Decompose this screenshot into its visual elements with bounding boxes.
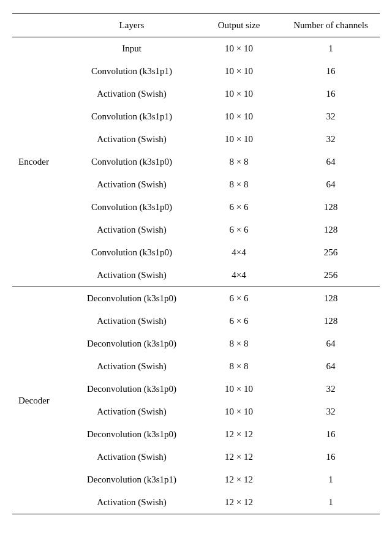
table-header-row: Layers Output size Number of channels [12, 14, 380, 37]
cell-channels: 16 [282, 446, 380, 468]
cell-size: 10 × 10 [196, 378, 282, 400]
table-row: Convolution (k3s1p0) 4×4 256 [12, 241, 380, 264]
cell-layer: Deconvolution (k3s1p0) [67, 332, 196, 355]
cell-layer: Activation (Swish) [67, 264, 196, 287]
table-row: Deconvolution (k3s1p1) 12 × 12 1 [12, 468, 380, 491]
cell-layer: Convolution (k3s1p0) [67, 241, 196, 264]
cell-layer: Activation (Swish) [67, 219, 196, 241]
cell-size: 10 × 10 [196, 400, 282, 423]
cell-channels: 1 [282, 468, 380, 491]
table-row: Activation (Swish) 10 × 10 16 [12, 83, 380, 105]
cell-size: 12 × 12 [196, 423, 282, 446]
cell-size: 8 × 8 [196, 151, 282, 173]
cell-channels: 128 [282, 287, 380, 310]
cell-size: 8 × 8 [196, 355, 282, 378]
table-row: Decoder Deconvolution (k3s1p0) 6 × 6 128 [12, 287, 380, 310]
cell-layer: Deconvolution (k3s1p0) [67, 378, 196, 400]
table-row: Activation (Swish) 10 × 10 32 [12, 128, 380, 151]
cell-layer: Activation (Swish) [67, 400, 196, 423]
cell-size: 10 × 10 [196, 105, 282, 128]
cell-layer: Input [67, 37, 196, 61]
cell-channels: 128 [282, 219, 380, 241]
cell-size: 4×4 [196, 241, 282, 264]
cell-size: 4×4 [196, 264, 282, 287]
cell-size: 12 × 12 [196, 446, 282, 468]
cell-channels: 32 [282, 378, 380, 400]
cell-layer: Convolution (k3s1p0) [67, 196, 196, 219]
cell-size: 6 × 6 [196, 219, 282, 241]
cell-layer: Activation (Swish) [67, 491, 196, 514]
table-row: Convolution (k3s1p0) 8 × 8 64 [12, 151, 380, 173]
table-row: Encoder Input 10 × 10 1 [12, 37, 380, 61]
cell-channels: 256 [282, 241, 380, 264]
cell-channels: 256 [282, 264, 380, 287]
section-label-decoder: Decoder [12, 287, 67, 514]
header-section [12, 14, 67, 37]
cell-channels: 32 [282, 400, 380, 423]
cell-layer: Convolution (k3s1p0) [67, 151, 196, 173]
table-row: Activation (Swish) 8 × 8 64 [12, 355, 380, 378]
cell-channels: 32 [282, 105, 380, 128]
section-encoder: Encoder Input 10 × 10 1 Convolution (k3s… [12, 37, 380, 287]
cell-size: 6 × 6 [196, 287, 282, 310]
cell-size: 10 × 10 [196, 83, 282, 105]
cell-size: 6 × 6 [196, 310, 282, 332]
cell-size: 12 × 12 [196, 491, 282, 514]
table-row: Deconvolution (k3s1p0) 12 × 12 16 [12, 423, 380, 446]
architecture-table: Layers Output size Number of channels En… [12, 13, 380, 514]
cell-channels: 64 [282, 151, 380, 173]
cell-size: 10 × 10 [196, 128, 282, 151]
cell-layer: Activation (Swish) [67, 310, 196, 332]
header-output-size: Output size [196, 14, 282, 37]
cell-size: 12 × 12 [196, 468, 282, 491]
section-label-encoder: Encoder [12, 37, 67, 287]
table-row: Activation (Swish) 6 × 6 128 [12, 310, 380, 332]
table-row: Activation (Swish) 10 × 10 32 [12, 400, 380, 423]
cell-channels: 1 [282, 37, 380, 61]
cell-channels: 64 [282, 355, 380, 378]
header-channels: Number of channels [282, 14, 380, 37]
table-row: Activation (Swish) 12 × 12 16 [12, 446, 380, 468]
table-row: Deconvolution (k3s1p0) 10 × 10 32 [12, 378, 380, 400]
cell-layer: Convolution (k3s1p1) [67, 60, 196, 83]
cell-layer: Activation (Swish) [67, 446, 196, 468]
cell-layer: Convolution (k3s1p1) [67, 105, 196, 128]
table-row: Activation (Swish) 6 × 6 128 [12, 219, 380, 241]
cell-channels: 16 [282, 83, 380, 105]
cell-layer: Deconvolution (k3s1p0) [67, 287, 196, 310]
section-decoder: Decoder Deconvolution (k3s1p0) 6 × 6 128… [12, 287, 380, 514]
table-row: Deconvolution (k3s1p0) 8 × 8 64 [12, 332, 380, 355]
cell-size: 8 × 8 [196, 332, 282, 355]
cell-channels: 128 [282, 196, 380, 219]
cell-channels: 64 [282, 173, 380, 196]
header-layers: Layers [67, 14, 196, 37]
cell-size: 8 × 8 [196, 173, 282, 196]
cell-layer: Deconvolution (k3s1p0) [67, 423, 196, 446]
table-row: Activation (Swish) 4×4 256 [12, 264, 380, 287]
cell-size: 6 × 6 [196, 196, 282, 219]
table-row: Activation (Swish) 8 × 8 64 [12, 173, 380, 196]
cell-channels: 16 [282, 60, 380, 83]
cell-layer: Activation (Swish) [67, 128, 196, 151]
cell-channels: 32 [282, 128, 380, 151]
table-row: Convolution (k3s1p1) 10 × 10 32 [12, 105, 380, 128]
table-row: Activation (Swish) 12 × 12 1 [12, 491, 380, 514]
cell-layer: Activation (Swish) [67, 355, 196, 378]
cell-channels: 64 [282, 332, 380, 355]
cell-layer: Activation (Swish) [67, 173, 196, 196]
cell-channels: 128 [282, 310, 380, 332]
table-row: Convolution (k3s1p1) 10 × 10 16 [12, 60, 380, 83]
cell-channels: 1 [282, 491, 380, 514]
cell-layer: Deconvolution (k3s1p1) [67, 468, 196, 491]
cell-size: 10 × 10 [196, 60, 282, 83]
cell-channels: 16 [282, 423, 380, 446]
cell-layer: Activation (Swish) [67, 83, 196, 105]
cell-size: 10 × 10 [196, 37, 282, 61]
table-row: Convolution (k3s1p0) 6 × 6 128 [12, 196, 380, 219]
